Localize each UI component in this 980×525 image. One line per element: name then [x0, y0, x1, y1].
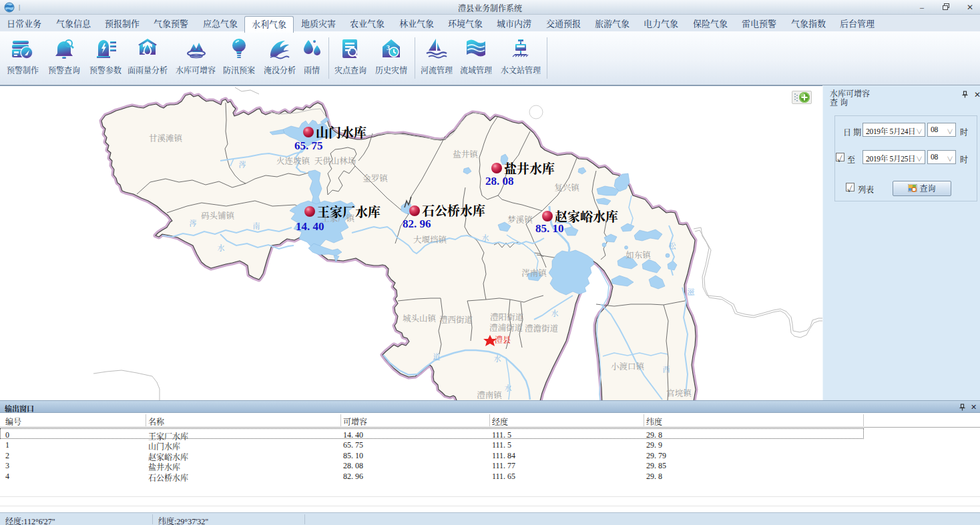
svg-text:大堰垱镇: 大堰垱镇 — [413, 235, 448, 245]
svg-text:小渡口镇: 小渡口镇 — [611, 362, 646, 372]
svg-text:官垸镇: 官垸镇 — [666, 388, 692, 398]
svg-text:盐井镇: 盐井镇 — [453, 149, 479, 159]
svg-text:85. 10: 85. 10 — [535, 222, 564, 235]
svg-text:松: 松 — [669, 241, 677, 250]
svg-text:盐井水库: 盐井水库 — [504, 161, 555, 176]
svg-text:金罗镇: 金罗镇 — [362, 173, 389, 183]
svg-text:码头铺镇: 码头铺镇 — [201, 211, 236, 221]
svg-text:澧县: 澧县 — [495, 335, 511, 345]
svg-text:涔: 涔 — [190, 219, 197, 227]
svg-text:澧西街道: 澧西街道 — [439, 315, 473, 325]
svg-text:石公桥水库: 石公桥水库 — [422, 203, 485, 218]
svg-text:涔南镇: 涔南镇 — [521, 268, 547, 278]
svg-text:澧澹街道: 澧澹街道 — [525, 324, 559, 334]
svg-text:赵家峪水库: 赵家峪水库 — [555, 209, 618, 224]
svg-text:65. 75: 65. 75 — [294, 139, 323, 152]
svg-text:火连坡镇: 火连坡镇 — [276, 156, 311, 166]
svg-text:天供山林场: 天供山林场 — [314, 156, 356, 166]
svg-text:澧浦街道: 澧浦街道 — [489, 323, 523, 333]
svg-text:王家厂水库: 王家厂水库 — [317, 205, 381, 219]
svg-text:水: 水 — [482, 233, 489, 242]
svg-text:山门水库: 山门水库 — [316, 125, 366, 140]
svg-text:道: 道 — [433, 353, 441, 361]
svg-text:82. 96: 82. 96 — [403, 217, 431, 230]
svg-text:水: 水 — [218, 243, 225, 252]
svg-text:滋: 滋 — [688, 288, 695, 296]
svg-text:涔: 涔 — [239, 160, 246, 169]
svg-text:如东镇: 如东镇 — [626, 250, 652, 260]
svg-text:澧阳街道: 澧阳街道 — [490, 312, 524, 322]
svg-text:水: 水 — [505, 384, 512, 392]
svg-text:14. 40: 14. 40 — [296, 220, 324, 233]
svg-text:梦溪镇: 梦溪镇 — [507, 215, 533, 225]
svg-text:水: 水 — [551, 309, 559, 318]
svg-text:城头山镇: 城头山镇 — [403, 314, 437, 324]
svg-text:甘溪滩镇: 甘溪滩镇 — [149, 133, 184, 143]
svg-text:水: 水 — [494, 354, 501, 363]
svg-text:澧南镇: 澧南镇 — [477, 390, 503, 400]
svg-text:南: 南 — [253, 222, 260, 230]
svg-text:复兴镇: 复兴镇 — [554, 183, 580, 193]
svg-text:西: 西 — [663, 366, 670, 374]
svg-text:28. 08: 28. 08 — [485, 175, 514, 187]
